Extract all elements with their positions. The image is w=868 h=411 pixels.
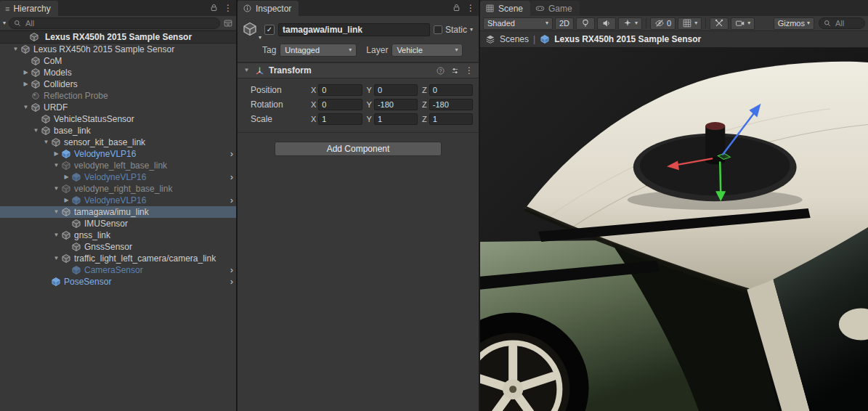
hierarchy-row-selected[interactable]: ▼tamagawa/imu_link: [0, 206, 236, 218]
foldout-arrow[interactable]: ▼: [52, 232, 61, 238]
2d-toggle-button[interactable]: 2D: [555, 17, 574, 30]
scale-y-field[interactable]: 1: [374, 113, 418, 125]
component-foldout-arrow[interactable]: ▼: [243, 68, 251, 73]
hierarchy-row[interactable]: Reflection Probe: [0, 90, 236, 102]
transform-component-header[interactable]: ▼ Transform ⋮: [238, 62, 479, 78]
hierarchy-row[interactable]: ▼traffic_light_left_camera/camera_link: [0, 253, 236, 264]
tab-inspector[interactable]: Inspector: [238, 1, 299, 16]
presets-icon[interactable]: [450, 66, 460, 76]
hierarchy-row[interactable]: ▶VelodyneVLP16›: [0, 195, 236, 206]
prefab-open-chevron[interactable]: ›: [230, 264, 233, 276]
scene-visibility-toggle[interactable]: 0: [650, 17, 676, 30]
scene-audio-toggle[interactable]: [597, 17, 616, 30]
hierarchy-row[interactable]: ▼base_link: [0, 125, 236, 137]
foldout-arrow[interactable]: ▼: [31, 128, 41, 134]
hierarchy-row[interactable]: IMUSensor: [0, 218, 236, 229]
prefab-open-chevron[interactable]: ›: [230, 171, 233, 183]
foldout-arrow[interactable]: ▶: [62, 198, 71, 203]
active-checkbox[interactable]: ✓: [264, 25, 275, 35]
hierarchy-row[interactable]: ▶VelodyneVLP16›: [0, 171, 236, 183]
hierarchy-row[interactable]: VehicleStatusSensor: [0, 113, 236, 125]
hierarchy-row[interactable]: ▼gnss_link: [0, 229, 236, 241]
scene-tabbar: Scene Game: [480, 0, 868, 16]
foldout-arrow[interactable]: ▶: [21, 70, 31, 76]
help-icon[interactable]: [436, 66, 445, 76]
camera-settings-dropdown[interactable]: ▾: [731, 17, 755, 30]
prefab-open-chevron[interactable]: ›: [230, 148, 233, 160]
foldout-arrow[interactable]: ▶: [62, 174, 71, 180]
hierarchy-row[interactable]: CameraSensor›: [0, 264, 236, 276]
gameobject-label: Colliders: [44, 79, 78, 89]
position-z-field[interactable]: 0: [429, 84, 473, 96]
kebab-menu-icon[interactable]: ⋮: [465, 66, 474, 75]
breadcrumb-scene-name[interactable]: Lexus RX450h 2015 Sample Sensor: [554, 34, 701, 44]
tab-scene[interactable]: Scene: [480, 1, 530, 16]
foldout-arrow[interactable]: ▼: [52, 186, 61, 192]
hierarchy-row[interactable]: PoseSensor›: [0, 276, 236, 288]
rotation-z-field[interactable]: -180: [429, 99, 473, 110]
prefab-icon: [71, 195, 81, 206]
hierarchy-filter-icon[interactable]: [223, 18, 233, 28]
lock-icon[interactable]: [452, 3, 461, 12]
kebab-menu-icon[interactable]: ⋮: [466, 4, 475, 12]
tab-game[interactable]: Game: [530, 1, 580, 16]
hierarchy-search-field[interactable]: [9, 17, 220, 29]
gameobject-icon: [61, 230, 71, 240]
hierarchy-search-input[interactable]: [24, 18, 216, 28]
static-checkbox[interactable]: [434, 25, 442, 34]
hierarchy-row[interactable]: ▼sensor_kit_base_link: [0, 137, 236, 148]
hierarchy-row[interactable]: GnssSensor: [0, 241, 236, 253]
static-caret[interactable]: ▾: [470, 27, 473, 33]
gizmos-dropdown[interactable]: Gizmos ▾: [774, 17, 814, 30]
kebab-menu-icon[interactable]: ⋮: [224, 4, 232, 12]
foldout-arrow[interactable]: ▼: [52, 163, 61, 168]
scale-z-field[interactable]: 1: [429, 113, 473, 125]
rotation-y-field[interactable]: -180: [374, 99, 418, 110]
breadcrumb-scenes[interactable]: Scenes: [500, 34, 529, 44]
grid-settings-dropdown[interactable]: ▾: [678, 17, 702, 30]
gameobject-name-field[interactable]: [278, 23, 430, 36]
foldout-arrow[interactable]: ▼: [11, 46, 20, 52]
inspector-icon: [243, 4, 252, 13]
gameobject-icon-large[interactable]: [242, 21, 258, 37]
tag-dropdown[interactable]: Untagged ▾: [280, 44, 357, 57]
scale-x-field[interactable]: 1: [318, 113, 362, 125]
gameobject-label: Lexus RX450h 2015 Sample Sensor: [33, 44, 174, 54]
gizmo-y-axis-handle[interactable]: [720, 162, 721, 192]
foldout-arrow[interactable]: ▼: [52, 209, 61, 215]
add-component-button[interactable]: Add Component: [275, 142, 442, 156]
tag-label: Tag: [262, 45, 276, 55]
scene-effects-dropdown[interactable]: ▾: [618, 17, 642, 30]
foldout-arrow[interactable]: ▼: [41, 139, 51, 145]
scene-lighting-toggle[interactable]: [576, 17, 595, 30]
shading-mode-dropdown[interactable]: Shaded ▾: [483, 17, 553, 30]
layer-dropdown[interactable]: Vehicle ▾: [392, 44, 463, 57]
scene-viewport[interactable]: [480, 48, 868, 411]
scene-cube-icon: [540, 34, 550, 44]
prefab-open-chevron[interactable]: ›: [230, 276, 233, 288]
hierarchy-row[interactable]: ▼velodyne_right_base_link: [0, 183, 236, 195]
hierarchy-row[interactable]: ▶Colliders: [0, 78, 236, 90]
rotation-x-field[interactable]: 0: [318, 99, 362, 110]
tab-hierarchy[interactable]: ≡ Hierarchy: [0, 1, 58, 16]
lock-icon[interactable]: [209, 3, 219, 12]
foldout-arrow[interactable]: ▼: [52, 256, 61, 261]
foldout-arrow[interactable]: ▶: [52, 151, 61, 157]
scene-asset-header[interactable]: Lexus RX450h 2015 Sample Sensor: [0, 30, 236, 44]
foldout-arrow[interactable]: ▼: [21, 105, 31, 110]
hierarchy-row[interactable]: ▼URDF: [0, 102, 236, 113]
icon-picker-caret[interactable]: ▾: [259, 34, 261, 41]
scene-search-input[interactable]: [834, 18, 861, 28]
hierarchy-row[interactable]: ▼Lexus RX450h 2015 Sample Sensor: [0, 44, 236, 55]
prefab-open-chevron[interactable]: ›: [230, 195, 233, 206]
hierarchy-row[interactable]: CoM: [0, 55, 236, 67]
hierarchy-row[interactable]: ▶Models: [0, 67, 236, 78]
position-x-field[interactable]: 0: [318, 84, 362, 96]
hierarchy-row[interactable]: ▶VelodyneVLP16›: [0, 148, 236, 160]
scene-tools-button[interactable]: [710, 17, 729, 30]
position-y-field[interactable]: 0: [374, 84, 418, 96]
scene-search-field[interactable]: [819, 17, 865, 29]
hierarchy-row[interactable]: ▼velodyne_left_base_link: [0, 160, 236, 171]
foldout-arrow[interactable]: ▶: [21, 81, 31, 87]
create-menu-caret[interactable]: ▾: [3, 20, 6, 26]
